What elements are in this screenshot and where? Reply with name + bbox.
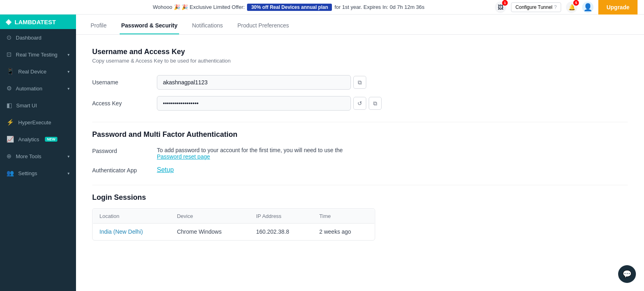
section-divider-2 <box>92 185 628 185</box>
tab-notifications[interactable]: Notifications <box>190 22 224 34</box>
tab-password-security[interactable]: Password & Security <box>120 22 179 34</box>
sidebar-item-more-tools[interactable]: ⊕ More Tools ▾ <box>0 148 76 165</box>
sidebar-item-label: Real Time Testing <box>16 52 57 58</box>
real-time-testing-icon: ⊡ <box>6 51 12 58</box>
banner-highlight: 30% off Real Devices annual plan <box>247 4 332 11</box>
tab-product-preferences[interactable]: Product Preferences <box>236 22 291 34</box>
col-device: Device <box>171 209 250 224</box>
dashboard-icon: ⊙ <box>6 34 12 41</box>
notifications-icon[interactable]: 🔔 5 <box>566 2 577 13</box>
table-row: India (New Delhi) Chrome Windows 160.202… <box>93 224 375 240</box>
top-banner: Wohooo 🎉 🎉 Exclusive Limited Offer: 30% … <box>0 0 644 15</box>
login-sessions-title: Login Sessions <box>92 193 628 202</box>
password-row: Password To add password to your account… <box>92 147 628 160</box>
password-reset-link[interactable]: Password reset page <box>157 153 210 160</box>
sidebar-logo[interactable]: ◈ LAMBDATEST <box>0 15 76 29</box>
access-key-row: Access Key ↺ ⧉ <box>92 96 628 111</box>
authenticator-label: Authenticator App <box>92 166 157 174</box>
hyperexecute-icon: ⚡ <box>6 119 14 126</box>
sidebar-item-real-time-testing[interactable]: ⊡ Real Time Testing ▾ <box>0 46 76 63</box>
sidebar-item-label: Smart UI <box>16 103 37 109</box>
sidebar-item-analytics[interactable]: 📈 Analytics NEW <box>0 131 76 148</box>
section-subtitle-username: Copy username & Access Key to be used fo… <box>92 58 628 64</box>
chat-button[interactable]: 💬 <box>618 265 636 283</box>
sidebar-item-label: Analytics <box>18 136 39 142</box>
section-divider-1 <box>92 122 628 122</box>
sidebar-item-smart-ui[interactable]: ◧ Smart UI <box>0 97 76 114</box>
access-key-input-wrap: ↺ ⧉ <box>157 96 382 111</box>
tabs-bar: Profile Password & Security Notification… <box>76 15 644 35</box>
chevron-down-icon: ▾ <box>68 154 70 159</box>
banner-center: Wohooo 🎉 🎉 Exclusive Limited Offer: 30% … <box>153 4 424 11</box>
user-avatar[interactable]: 👤 <box>582 2 593 13</box>
help-icon: ? <box>554 4 557 10</box>
password-label: Password <box>92 147 157 160</box>
username-input[interactable] <box>157 75 351 90</box>
session-ip: 160.202.38.8 <box>249 224 312 240</box>
sidebar-item-label: Settings <box>18 170 37 176</box>
sessions-table: Location Device IP Address Time India (N… <box>93 209 375 240</box>
sidebar-item-settings[interactable]: 👥 Settings ▾ <box>0 165 76 182</box>
copy-icon: ⧉ <box>358 79 362 86</box>
username-row: Username ⧉ <box>92 75 628 90</box>
sidebar-item-real-device[interactable]: 📱 Real Device ▾ <box>0 63 76 80</box>
chevron-down-icon: ▾ <box>68 86 70 91</box>
upgrade-button[interactable]: Upgrade <box>598 0 638 15</box>
analytics-new-badge: NEW <box>45 137 57 142</box>
automation-icon: ⚙ <box>6 85 12 92</box>
password-mfa-section: Password and Multi Factor Authentication… <box>92 130 628 174</box>
sidebar-item-label: Real Device <box>18 69 46 75</box>
username-input-wrap: ⧉ <box>157 75 366 90</box>
real-device-icon: 📱 <box>6 68 14 75</box>
analytics-icon: 📈 <box>6 136 14 143</box>
session-time: 2 weeks ago <box>313 224 375 240</box>
lambda-logo-icon: ◈ <box>6 17 11 26</box>
upgrade-label: Upgrade <box>606 4 629 10</box>
tab-profile[interactable]: Profile <box>89 22 108 34</box>
copy-username-button[interactable]: ⧉ <box>353 76 366 89</box>
username-access-key-section: Username and Access Key Copy username & … <box>92 48 628 111</box>
banner-prefix: Wohooo 🎉 🎉 Exclusive Limited Offer: <box>153 4 245 10</box>
chat-icon: 💬 <box>623 270 631 278</box>
authenticator-setup-link[interactable]: Setup <box>157 166 174 174</box>
sidebar-logo-text: LAMBDATEST <box>15 19 56 25</box>
refresh-access-key-button[interactable]: ↺ <box>353 97 366 110</box>
refresh-icon: ↺ <box>357 100 362 107</box>
notification-badge: 5 <box>573 0 579 6</box>
access-key-label: Access Key <box>92 100 157 107</box>
section-title-mfa: Password and Multi Factor Authentication <box>92 130 628 139</box>
sidebar-item-automation[interactable]: ⚙ Automation ▾ <box>0 80 76 97</box>
access-key-input[interactable] <box>157 96 351 111</box>
chevron-down-icon: ▾ <box>68 52 70 57</box>
sidebar-item-label: Dashboard <box>16 35 42 41</box>
section-title-username: Username and Access Key <box>92 48 628 56</box>
alert-icon[interactable]: 🖼 1 <box>495 2 506 13</box>
configure-tunnel-label: Configure Tunnel <box>515 4 552 10</box>
sessions-table-wrap: Location Device IP Address Time India (N… <box>92 208 375 241</box>
sidebar: ◈ LAMBDATEST ⊙ Dashboard ⊡ Real Time Tes… <box>0 15 76 291</box>
password-text: To add password to your account for the … <box>157 147 343 153</box>
alert-badge: 1 <box>502 0 508 6</box>
authenticator-row: Authenticator App Setup <box>92 166 628 174</box>
sidebar-item-dashboard[interactable]: ⊙ Dashboard <box>0 29 76 46</box>
username-label: Username <box>92 79 157 86</box>
col-time: Time <box>313 209 375 224</box>
sidebar-item-hyperexecute[interactable]: ⚡ HyperExecute <box>0 114 76 131</box>
login-sessions-section: Login Sessions Location Device IP Addres… <box>92 193 628 241</box>
chevron-down-icon: ▾ <box>68 69 70 74</box>
banner-suffix: for 1st year. Expires In: 0d 7h 12m 36s <box>334 4 424 10</box>
copy-access-key-button[interactable]: ⧉ <box>369 97 382 110</box>
session-device: Chrome Windows <box>171 224 250 240</box>
sidebar-item-label: Automation <box>16 86 42 92</box>
col-location: Location <box>93 209 171 224</box>
session-location: India (New Delhi) <box>93 224 171 240</box>
copy-icon: ⧉ <box>373 100 377 107</box>
content-area: Profile Password & Security Notification… <box>76 15 644 291</box>
sidebar-item-label: HyperExecute <box>18 119 51 126</box>
col-ip: IP Address <box>249 209 312 224</box>
configure-tunnel-button[interactable]: Configure Tunnel ? <box>511 2 561 12</box>
more-tools-icon: ⊕ <box>6 153 12 160</box>
sidebar-item-label: More Tools <box>16 153 41 159</box>
chevron-down-icon: ▾ <box>68 171 70 176</box>
smart-ui-icon: ◧ <box>6 102 12 109</box>
